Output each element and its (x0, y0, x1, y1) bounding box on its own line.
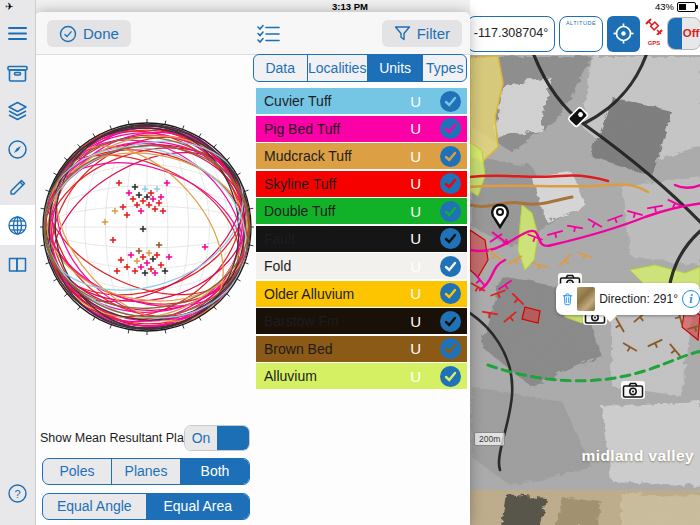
unit-checkbox[interactable] (440, 283, 461, 304)
unit-checkbox[interactable] (440, 118, 461, 139)
unit-type-badge: U (410, 340, 421, 357)
unit-list: Cuvier TuffUPig Bed TuffUMudcrack TuffUS… (256, 88, 467, 391)
unit-checkbox[interactable] (440, 338, 461, 359)
svg-text:?: ? (14, 488, 20, 500)
layers-icon[interactable] (6, 100, 29, 123)
unit-type-badge: U (410, 258, 421, 275)
scale-bar: 200m (474, 432, 505, 446)
menu-icon[interactable] (6, 22, 29, 45)
unit-label: Skyline Tuff (264, 176, 336, 192)
unit-label: Cuvier Tuff (264, 93, 331, 109)
mean-plane-toggle[interactable]: On (184, 425, 250, 451)
projection-segment: Equal AngleEqual Area (42, 493, 250, 520)
projection-equal-angle[interactable]: Equal Angle (43, 494, 147, 519)
trash-icon[interactable] (562, 289, 573, 309)
unit-label: Older Alluvium (264, 286, 354, 302)
sidebar: ? (0, 0, 36, 525)
unit-checkbox[interactable] (440, 311, 461, 332)
notebook-icon[interactable] (6, 253, 29, 276)
unit-label: Alluvium (264, 368, 317, 384)
battery-percent: 43% (655, 1, 674, 12)
toggle-knob (217, 426, 249, 450)
tab-units[interactable]: Units (368, 55, 423, 81)
unit-type-badge: U (410, 203, 421, 220)
done-button[interactable]: Done (47, 20, 131, 47)
filter-tabs: DataLocalitiesUnitsTypes (253, 54, 467, 82)
unit-label: Double Tuff (264, 203, 335, 219)
checklist-icon[interactable] (257, 23, 281, 45)
unit-type-badge: U (410, 93, 421, 110)
unit-row[interactable]: FaultU (256, 226, 467, 252)
gps-toggle[interactable]: Off (667, 17, 700, 50)
compass-icon[interactable] (6, 138, 29, 161)
unit-type-badge: U (410, 313, 421, 330)
globe-icon[interactable] (6, 214, 29, 237)
gps-toggle-knob (668, 18, 682, 49)
unit-checkbox[interactable] (440, 366, 461, 387)
tab-types[interactable]: Types (423, 55, 466, 81)
plot-mode-both[interactable]: Both (181, 459, 249, 484)
funnel-icon (394, 25, 411, 42)
plot-mode-poles[interactable]: Poles (43, 459, 112, 484)
unit-row[interactable]: Older AlluviumU (256, 281, 467, 307)
filter-button[interactable]: Filter (382, 20, 462, 47)
center-location-button[interactable] (607, 16, 640, 52)
tab-localities[interactable]: Localities (308, 55, 368, 81)
satellite-icon (645, 17, 664, 35)
unit-checkbox[interactable] (440, 173, 461, 194)
unit-row[interactable]: AlluviumU (256, 363, 467, 389)
map-pane[interactable]: -117.308704° ALTITUDE GPS Off Direction:… (470, 0, 700, 525)
unit-checkbox[interactable] (440, 91, 461, 112)
unit-row[interactable]: Barstow FmU (256, 308, 467, 334)
projection-equal-area[interactable]: Equal Area (147, 494, 250, 519)
mean-plane-label: Show Mean Resultant Plane (40, 431, 198, 445)
direction-label: Direction: 291° (599, 292, 678, 306)
unit-type-badge: U (410, 285, 421, 302)
observation-callout[interactable]: Direction: 291° i (556, 283, 700, 315)
unit-label: Mudcrack Tuff (264, 148, 352, 164)
status-time: 3:13 PM (0, 1, 700, 12)
stereonet-plot[interactable] (40, 118, 254, 336)
unit-row[interactable]: Pig Bed TuffU (256, 116, 467, 142)
unit-type-badge: U (410, 120, 421, 137)
altitude-placeholder: ALTITUDE (560, 17, 602, 26)
status-bar: ✈ 3:13 PM 43% (0, 0, 700, 14)
unit-row[interactable]: Brown BedU (256, 336, 467, 362)
unit-label: Fault (264, 231, 295, 247)
unit-row[interactable]: Skyline TuffU (256, 171, 467, 197)
unit-label: Barstow Fm (264, 313, 339, 329)
unit-checkbox[interactable] (440, 228, 461, 249)
map-watermark: midland valley (582, 447, 694, 465)
archive-box-icon[interactable] (6, 62, 29, 85)
unit-checkbox[interactable] (440, 256, 461, 277)
altitude-field[interactable]: ALTITUDE (559, 16, 603, 52)
plot-mode-segment: PolesPlanesBoth (42, 458, 250, 485)
plot-mode-planes[interactable]: Planes (112, 459, 181, 484)
unit-label: Brown Bed (264, 341, 332, 357)
info-icon[interactable]: i (682, 290, 700, 308)
crosshair-icon (612, 22, 635, 45)
pencil-icon[interactable] (6, 176, 29, 199)
longitude-readout[interactable]: -117.308704° (467, 16, 555, 52)
unit-row[interactable]: Double TuffU (256, 198, 467, 224)
unit-row[interactable]: Cuvier TuffU (256, 88, 467, 114)
panel-header: Done Filter (35, 12, 470, 55)
check-circle-icon (59, 25, 77, 43)
unit-label: Fold (264, 258, 291, 274)
unit-type-badge: U (410, 175, 421, 192)
unit-row[interactable]: Mudcrack TuffU (256, 143, 467, 169)
unit-label: Pig Bed Tuff (264, 121, 340, 137)
app-screen: ? (0, 0, 700, 525)
unit-checkbox[interactable] (440, 146, 461, 167)
toggle-on-label: On (185, 426, 217, 450)
battery-icon (677, 2, 696, 12)
gps-status: GPS (643, 17, 665, 46)
unit-row[interactable]: FoldU (256, 253, 467, 279)
help-icon[interactable]: ? (6, 482, 29, 505)
unit-type-badge: U (410, 148, 421, 165)
unit-checkbox[interactable] (440, 201, 461, 222)
mean-plane-row: Show Mean Resultant Plane On (40, 422, 255, 454)
camera-icon[interactable] (621, 381, 645, 399)
observation-thumbnail[interactable] (577, 287, 595, 311)
tab-data[interactable]: Data (254, 55, 308, 81)
